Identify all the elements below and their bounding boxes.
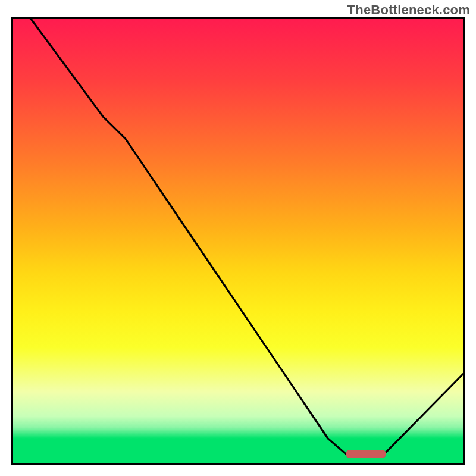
- watermark-text: TheBottleneck.com: [347, 2, 470, 18]
- plot-frame: [11, 17, 465, 465]
- plot-area: [13, 19, 463, 463]
- optimal-range-marker: [346, 450, 386, 458]
- chart-canvas: TheBottleneck.com: [0, 0, 476, 476]
- bottleneck-curve: [13, 19, 463, 463]
